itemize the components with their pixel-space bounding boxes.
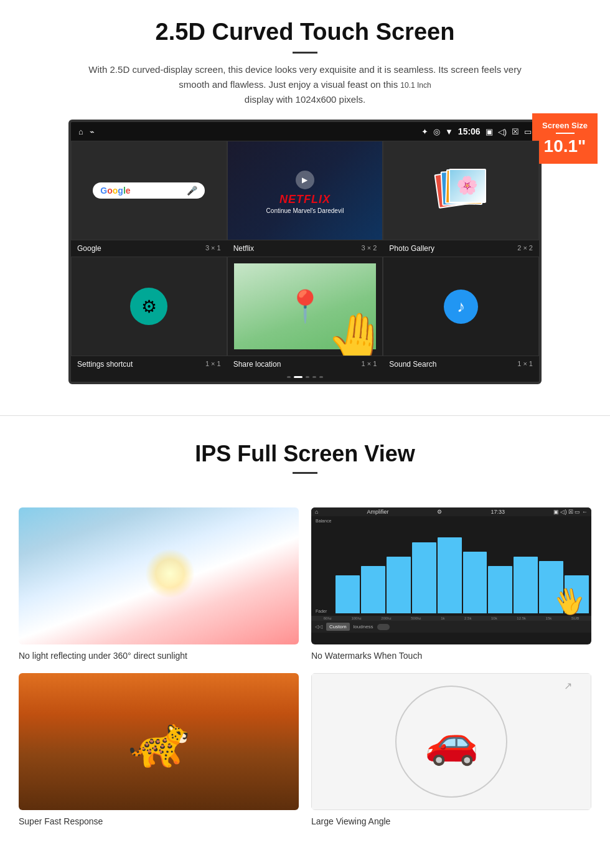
- eq-image: ⌂ Amplifier ⚙ 17:33 ▣ ◁) ☒ ▭ ← Balance F…: [311, 507, 591, 644]
- cheetah-image: 🐆: [19, 673, 299, 810]
- bluetooth-icon: ✦: [421, 127, 428, 136]
- camera-icon: ▣: [486, 127, 493, 136]
- close-icon: ☒: [512, 127, 519, 136]
- eq-freq-500: 500hz: [411, 616, 421, 620]
- app-labels-bottom: Settings shortcut 1 × 1 Share location 1…: [71, 356, 539, 372]
- dot-3[interactable]: [306, 376, 309, 378]
- device-screen: ⌂ ⌁ ✦ ◎ ▼ 15:06 ▣ ◁) ☒ ▭: [68, 120, 542, 384]
- location-icon: ◎: [433, 127, 440, 136]
- cheetah-visual: 🐆: [19, 673, 299, 810]
- feature-cheetah: 🐆 Super Fast Response: [19, 673, 299, 826]
- eq-bar-1: [336, 575, 360, 613]
- eq-freq-10k: 10k: [491, 616, 497, 620]
- settings-label: Settings shortcut 1 × 1: [71, 356, 227, 372]
- section-ips: IPS Full Screen View: [0, 435, 610, 495]
- music-app-cell[interactable]: ♪: [383, 257, 539, 356]
- maps-icon: 📍: [286, 288, 324, 324]
- badge-size: 10.1": [542, 136, 588, 156]
- eq-freq-12k5: 12.5k: [517, 616, 526, 620]
- dot-5[interactable]: [319, 376, 323, 378]
- custom-button[interactable]: Custom: [326, 623, 350, 631]
- eq-status-bar: ⌂ Amplifier ⚙ 17:33 ▣ ◁) ☒ ▭ ←: [311, 507, 591, 516]
- watermarks-label: No Watermarks When Touch: [311, 651, 591, 661]
- eq-bar-3: [387, 557, 411, 613]
- eq-icons: ▣ ◁) ☒ ▭ ←: [553, 509, 588, 515]
- netflix-subtitle: Continue Marvel's Daredevil: [234, 207, 377, 214]
- car-arrow-icon: ↗: [564, 680, 572, 692]
- dot-1[interactable]: [287, 376, 291, 378]
- photo-stack: 🌸: [436, 169, 486, 212]
- maps-label: Share location 1 × 1: [227, 356, 383, 372]
- settings-app-cell[interactable]: ⚙: [71, 257, 227, 356]
- google-logo: Google: [100, 186, 130, 196]
- gallery-app-cell[interactable]: 🌸: [383, 141, 539, 240]
- cheetah-label: Super Fast Response: [19, 816, 299, 826]
- car-viewing-circle: [395, 686, 507, 798]
- car-visual: 🚗 ↗: [311, 673, 591, 810]
- google-search-bar[interactable]: Google 🎤: [93, 182, 205, 199]
- netflix-app-cell[interactable]: ▶ NETFLIX Continue Marvel's Daredevil: [227, 141, 383, 240]
- status-bar-right: ✦ ◎ ▼ 15:06 ▣ ◁) ☒ ▭: [421, 126, 532, 136]
- usb-icon: ⌁: [90, 127, 95, 136]
- eq-bar-7: [488, 566, 512, 613]
- google-app-cell[interactable]: Google 🎤: [71, 141, 227, 240]
- sunlight-label: No light reflecting under 360° direct su…: [19, 651, 299, 661]
- car-label: Large Viewing Angle: [311, 816, 591, 826]
- dot-4[interactable]: [312, 376, 316, 378]
- section1-description: With 2.5D curved-display screen, this de…: [87, 62, 523, 107]
- home-icon[interactable]: ⌂: [78, 127, 83, 136]
- cheetah-emoji: 🐆: [128, 712, 190, 771]
- eq-bar-4: [412, 542, 436, 613]
- feature-sunlight: No light reflecting under 360° direct su…: [19, 507, 299, 661]
- gallery-label: Photo Gallery 2 × 2: [383, 240, 539, 257]
- device-mockup: Screen Size 10.1" ⌂ ⌁ ✦ ◎ ▼ 15:06 ▣ ◁) ☒: [68, 120, 542, 384]
- dot-2[interactable]: [294, 376, 303, 378]
- netflix-play-button[interactable]: ▶: [296, 171, 314, 189]
- eq-freq-15k: 15k: [546, 616, 552, 620]
- eq-settings-icon: ⚙: [437, 509, 442, 515]
- volume-icon: ◁): [498, 127, 507, 136]
- status-bar-left: ⌂ ⌁: [78, 127, 95, 136]
- eq-freq-1k: 1k: [441, 616, 444, 620]
- badge-label: Screen Size: [542, 121, 588, 130]
- music-icon: ♪: [444, 290, 478, 324]
- eq-title: Amplifier: [367, 509, 388, 515]
- status-bar: ⌂ ⌁ ✦ ◎ ▼ 15:06 ▣ ◁) ☒ ▭: [71, 122, 539, 141]
- pagination-dots: [71, 372, 539, 382]
- eq-home-icon: ⌂: [315, 509, 318, 515]
- app-grid-top: Google 🎤 ▶ NETFLIX Continue Marvel's Dar…: [71, 141, 539, 240]
- loudness-label: loudness: [354, 624, 373, 630]
- maps-app-cell[interactable]: 📍 🤚: [227, 257, 383, 356]
- sun-glow: [145, 549, 195, 598]
- section-divider-line: [0, 415, 610, 416]
- eq-bottom-bar: ◁◁ Custom loudness: [311, 621, 591, 633]
- title-divider: [293, 52, 317, 54]
- badge-divider: [556, 133, 575, 134]
- netflix-logo: NETFLIX: [234, 193, 377, 206]
- app-labels-top: Google 3 × 1 Netflix 3 × 2 Photo Gallery…: [71, 240, 539, 257]
- netflix-label: Netflix 3 × 2: [227, 240, 383, 257]
- car-image: 🚗 ↗: [311, 673, 591, 810]
- section1-title: 2.5D Curved Touch Screen: [37, 19, 573, 45]
- eq-freq-labels: 60hz 100hz 200hz 500hz 1k 2.5k 10k 12.5k…: [311, 616, 591, 621]
- section2-divider: [293, 472, 317, 474]
- feature-car: 🚗 ↗ Large Viewing Angle: [311, 673, 591, 826]
- voice-search-icon[interactable]: 🎤: [187, 186, 197, 196]
- google-label: Google 3 × 1: [71, 240, 227, 257]
- loudness-toggle[interactable]: [377, 624, 390, 630]
- eq-bar-2: [361, 566, 385, 613]
- settings-icon: ⚙: [130, 288, 167, 325]
- eq-freq-sub: SUB: [571, 616, 579, 620]
- sunlight-image: [19, 507, 299, 644]
- eq-freq-2k5: 2.5k: [464, 616, 471, 620]
- wifi-icon: ▼: [445, 127, 453, 136]
- netflix-content: ▶ NETFLIX Continue Marvel's Daredevil: [234, 167, 377, 214]
- prev-icon: ◁◁: [315, 624, 322, 630]
- eq-time: 17:33: [490, 509, 505, 515]
- eq-left-labels: Balance Fader: [314, 519, 336, 613]
- sky-visual: [19, 507, 299, 644]
- eq-balance-label: Balance: [316, 519, 334, 523]
- eq-visual: ⌂ Amplifier ⚙ 17:33 ▣ ◁) ☒ ▭ ← Balance F…: [311, 507, 591, 644]
- eq-bar-6: [463, 552, 487, 613]
- eq-bar-8: [514, 557, 538, 613]
